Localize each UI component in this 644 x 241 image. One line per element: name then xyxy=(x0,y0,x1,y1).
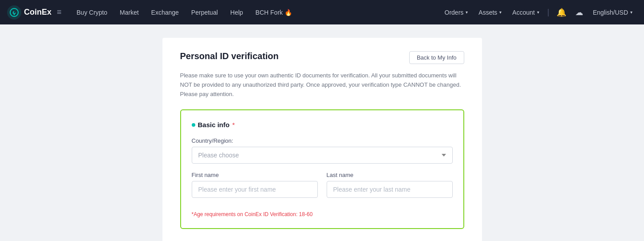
nav-help[interactable]: Help xyxy=(224,9,249,16)
last-name-label: Last name xyxy=(327,172,453,178)
hamburger-icon[interactable]: ≡ xyxy=(57,8,62,17)
nav-right-section: Orders ▾ Assets ▾ Account ▾ | 🔔 ☁ Englis… xyxy=(440,8,637,17)
last-name-form-group: Last name xyxy=(327,172,453,198)
last-name-input[interactable] xyxy=(327,181,453,198)
nav-perpetual[interactable]: Perpetual xyxy=(185,9,224,16)
main-content: Personal ID verification Back to My Info… xyxy=(0,24,644,241)
nav-assets[interactable]: Assets ▾ xyxy=(474,9,506,16)
last-name-col: Last name xyxy=(327,172,453,206)
verification-card: Personal ID verification Back to My Info… xyxy=(162,38,482,241)
card-description: Please make sure to use your own authent… xyxy=(180,71,464,99)
age-notice: *Age requirements on CoinEx ID Verificat… xyxy=(192,211,453,217)
country-select[interactable]: Please choose xyxy=(192,147,453,164)
notification-icon[interactable]: 🔔 xyxy=(553,8,570,17)
first-name-input[interactable] xyxy=(192,181,318,198)
basic-info-section: Basic info * Country/Region: Please choo… xyxy=(180,109,464,229)
orders-chevron-icon: ▾ xyxy=(466,10,468,15)
name-form-row: First name Last name xyxy=(192,172,453,206)
logo-text: CoinEx xyxy=(24,8,51,17)
assets-chevron-icon: ▾ xyxy=(499,10,502,15)
required-star-icon: * xyxy=(232,121,235,129)
nav-exchange[interactable]: Exchange xyxy=(145,9,185,16)
section-header: Basic info * xyxy=(192,121,453,129)
first-name-col: First name xyxy=(192,172,318,206)
language-chevron-icon: ▾ xyxy=(630,10,632,15)
nav-market[interactable]: Market xyxy=(114,9,145,16)
svg-point-0 xyxy=(7,5,21,20)
country-form-group: Country/Region: Please choose xyxy=(192,137,453,164)
first-name-label: First name xyxy=(192,172,318,178)
first-name-form-group: First name xyxy=(192,172,318,198)
country-label: Country/Region: xyxy=(192,137,453,144)
nav-divider: | xyxy=(545,8,551,17)
navbar: CoinEx ≡ Buy Crypto Market Exchange Perp… xyxy=(0,0,644,24)
language-selector[interactable]: English/USD ▾ xyxy=(589,9,637,16)
nav-account[interactable]: Account ▾ xyxy=(508,9,544,16)
nav-orders[interactable]: Orders ▾ xyxy=(440,9,473,16)
coinex-logo-icon xyxy=(7,5,21,20)
cloud-icon[interactable]: ☁ xyxy=(572,8,587,17)
card-header: Personal ID verification Back to My Info xyxy=(180,51,464,64)
back-to-my-info-button[interactable]: Back to My Info xyxy=(409,51,464,64)
nav-bch-fork[interactable]: BCH Fork 🔥 xyxy=(249,9,298,16)
account-chevron-icon: ▾ xyxy=(537,10,539,15)
nav-buy-crypto[interactable]: Buy Crypto xyxy=(71,9,114,16)
section-dot-icon xyxy=(192,123,195,127)
logo[interactable]: CoinEx xyxy=(7,5,51,20)
page-title: Personal ID verification xyxy=(180,51,279,61)
section-title: Basic info xyxy=(198,121,230,129)
